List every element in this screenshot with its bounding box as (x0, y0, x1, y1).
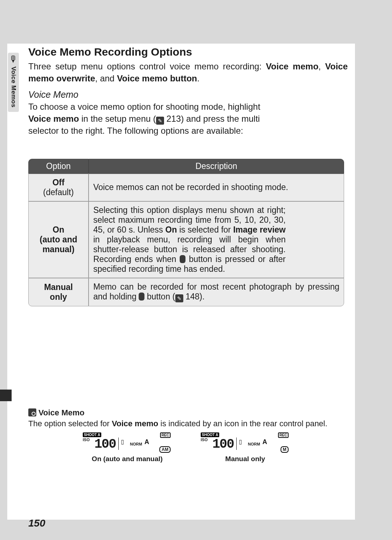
text: The option selected for (28, 419, 112, 428)
page-ref: 148 (185, 292, 199, 301)
option-cell-off: Off (default) (28, 174, 89, 201)
text-bold: Voice memo button (117, 73, 197, 83)
text: in the setup menu ( (79, 114, 156, 124)
lcd-a: A (144, 438, 149, 446)
page-ref: 213 (166, 114, 181, 124)
description-cell: Voice memos can not be recorded in shoot… (89, 174, 344, 201)
text: button ( (144, 292, 175, 301)
lcd-number: 100 (212, 437, 234, 452)
text-bold: Image review (233, 225, 286, 234)
option-cell-manual: Manual only (28, 278, 89, 306)
mic-icon: 🎙 (9, 55, 18, 64)
option-cell-on: On (auto and manual) (28, 201, 89, 278)
lcd-panel-manual: SHOOT A ISO 100 ▯ NORM A REC M Manual on… (201, 432, 290, 463)
page-ref-icon: ✎ (156, 117, 164, 125)
table-header-option: Option (28, 159, 89, 174)
table-row: On (auto and manual) Selecting this opti… (28, 201, 344, 278)
lcd-iso: ISO (83, 438, 90, 442)
lcd-panel-auto: SHOOT A ISO 100 ▯ NORM A REC AM On (auto… (83, 432, 172, 463)
option-label: (auto and manual) (40, 235, 77, 254)
lcd-mode: M (281, 446, 289, 453)
lcd-rec: REC (160, 432, 171, 438)
lcd-caption: On (auto and manual) (83, 455, 172, 463)
lcd-divider (236, 438, 237, 450)
note-body: The option selected for Voice memo is in… (28, 418, 348, 429)
lcd-rec: REC (278, 432, 289, 438)
lcd-iso: ISO (201, 438, 208, 442)
section-heading: Voice Memo Recording Options (28, 46, 348, 58)
lcd-norm: NORM (130, 442, 142, 446)
note-title: Voice Memo (38, 408, 85, 417)
text: To choose a voice memo option for shooti… (28, 102, 260, 112)
options-table: Option Description Off (default) Voice m… (28, 159, 344, 306)
option-label: only (50, 292, 67, 302)
text: , (318, 61, 325, 71)
option-label: On (53, 225, 64, 234)
page-ref-icon: ✎ (175, 294, 183, 302)
text: Three setup menu options control voice m… (28, 61, 266, 71)
text-bold: Voice memo (28, 114, 79, 124)
subheading-voice-memo: Voice Memo (28, 89, 348, 100)
intro-paragraph: Three setup menu options control voice m… (28, 60, 348, 84)
text: Memo can be recorded for most recent pho… (93, 282, 339, 301)
lcd-divider (118, 438, 119, 450)
table-header-description: Description (89, 159, 344, 174)
side-tab: 🎙 Voice Memos (8, 53, 19, 112)
text: ). (200, 292, 205, 301)
voice-memo-paragraph: To choose a voice memo option for shooti… (28, 101, 261, 137)
lcd-card-icon: ▯ (121, 438, 124, 445)
lcd-caption: Manual only (201, 455, 290, 463)
note-icon (28, 408, 36, 416)
table-row: Off (default) Voice memos can not be rec… (28, 174, 344, 201)
text-bold: On (166, 225, 177, 234)
option-label: Manual (44, 282, 73, 292)
text: . (197, 73, 200, 83)
option-sublabel: (default) (43, 188, 74, 197)
description-cell: Memo can be recorded for most recent pho… (89, 278, 344, 306)
description-cell: Selecting this option displays menu show… (89, 201, 344, 278)
text: is selected for (177, 225, 233, 234)
mic-icon (180, 255, 185, 263)
lcd-mode: AM (159, 446, 171, 453)
option-label: Off (52, 178, 64, 187)
lcd-a: A (262, 438, 267, 446)
text-bold: Voice memo (266, 61, 319, 71)
mic-icon (139, 293, 144, 301)
lcd-norm: NORM (248, 442, 260, 446)
table-row: Manual only Memo can be recorded for mos… (28, 278, 344, 306)
side-tab-label: Voice Memos (10, 67, 17, 108)
text: is indicated by an icon in the rear cont… (158, 419, 327, 428)
note-heading: Voice Memo (28, 408, 348, 418)
lcd-number: 100 (94, 437, 116, 452)
lcd-card-icon: ▯ (239, 438, 242, 445)
text-bold: Voice memo (112, 419, 158, 428)
page-number: 150 (28, 517, 45, 529)
text: , and (95, 73, 117, 83)
page-thumb-tab (0, 390, 12, 401)
lcd-panels: SHOOT A ISO 100 ▯ NORM A REC AM On (auto… (83, 432, 348, 463)
